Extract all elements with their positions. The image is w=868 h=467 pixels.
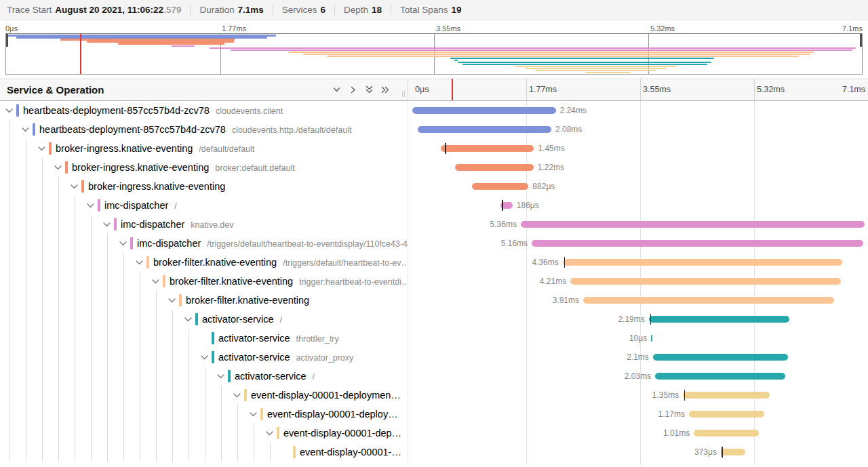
- span-row[interactable]: broker-filter.knative-eventingtrigger:he…: [0, 272, 868, 291]
- timeline-ruler[interactable]: 0μs1.77ms3.55ms5.32ms7.1ms: [408, 79, 868, 100]
- span-row[interactable]: broker-filter.knative-eventing3.91ms: [0, 291, 868, 310]
- tree-indent-guide: [26, 424, 26, 443]
- service-name: broker-ingress.knative-eventing: [88, 181, 225, 192]
- expand-chevron-icon[interactable]: [250, 408, 257, 420]
- chevron-down-icon[interactable]: [332, 85, 341, 94]
- minimap-span-bar: [118, 43, 224, 45]
- service-name: event-display-00001-…: [300, 447, 401, 458]
- tree-indent-guide: [58, 291, 59, 310]
- tree-indent-guide: [91, 424, 92, 443]
- span-row[interactable]: broker-ingress.knative-eventing882μs: [0, 177, 868, 196]
- expand-chevron-icon[interactable]: [217, 370, 224, 382]
- span-duration-bar[interactable]: [412, 107, 556, 114]
- minimap-span-bar: [288, 52, 814, 54]
- span-duration-bar[interactable]: [455, 164, 534, 171]
- tree-indent-guide: [9, 310, 10, 329]
- span-gantt-cell: 882μs: [408, 177, 868, 196]
- expand-chevron-icon[interactable]: [266, 427, 273, 439]
- expand-chevron-icon[interactable]: [38, 142, 45, 155]
- expand-chevron-icon[interactable]: [136, 256, 143, 268]
- span-row[interactable]: broker-filter.knative-eventing/triggers/…: [0, 253, 868, 272]
- span-row[interactable]: activator-serviceactivator_proxy2.1ms: [0, 348, 868, 367]
- expand-chevron-icon[interactable]: [184, 313, 192, 325]
- tree-indent-guide: [156, 291, 157, 310]
- tree-indent-guide: [140, 367, 140, 386]
- expand-chevron-icon[interactable]: [54, 161, 62, 174]
- expand-chevron-icon[interactable]: [71, 180, 78, 192]
- span-row[interactable]: imc-dispatcher/triggers/default/heartbea…: [0, 234, 868, 253]
- total-spans-stat-label: Total Spans: [400, 5, 448, 15]
- span-row[interactable]: event-display-00001-deploy…1.17ms: [0, 405, 868, 424]
- tree-indent-guide: [9, 177, 10, 196]
- span-duration-bar[interactable]: [570, 278, 840, 285]
- tree-indent-guide: [140, 348, 140, 367]
- span-row[interactable]: event-display-00001-dep…1.01ms: [0, 424, 868, 443]
- expand-chevron-icon[interactable]: [103, 218, 111, 230]
- span-duration-bar[interactable]: [651, 335, 652, 342]
- span-duration-bar[interactable]: [694, 430, 758, 436]
- minimap-drag-handle-left[interactable]: [6, 34, 8, 47]
- expand-chevron-icon[interactable]: [22, 123, 29, 136]
- span-duration-bar[interactable]: [583, 297, 834, 304]
- expand-chevron-icon[interactable]: [233, 389, 241, 401]
- tree-indent-guide: [9, 367, 10, 386]
- service-color-bar: [130, 237, 133, 249]
- span-duration-bar[interactable]: [655, 373, 785, 380]
- minimap-tick-label: 0μs: [5, 24, 18, 33]
- tree-indent-guide: [221, 443, 222, 462]
- span-row[interactable]: event-display-00001-…373μs: [0, 443, 868, 462]
- span-duration-bar[interactable]: [649, 316, 789, 323]
- span-duration-bar[interactable]: [721, 449, 745, 455]
- column-resizer[interactable]: [402, 91, 405, 97]
- tree-indent-guide: [221, 405, 222, 424]
- expand-chevron-icon[interactable]: [5, 104, 13, 117]
- expand-chevron-icon[interactable]: [119, 237, 127, 249]
- tree-indent-guide: [123, 367, 124, 386]
- span-row[interactable]: imc-dispatcher/186μs: [0, 196, 868, 215]
- tree-indent-guide: [9, 386, 10, 405]
- span-row[interactable]: activator-servicethrottler_try10μs: [0, 329, 868, 348]
- span-row[interactable]: event-display-00001-deploymen…1.35ms: [0, 386, 868, 405]
- minimap-span-bar: [462, 64, 707, 66]
- span-log-marker: [650, 314, 652, 325]
- double-chevron-right-icon[interactable]: [381, 85, 390, 94]
- span-duration-bar[interactable]: [472, 183, 528, 190]
- tree-indent-guide: [42, 443, 43, 462]
- expand-chevron-icon[interactable]: [152, 275, 159, 287]
- span-log-marker: [502, 200, 503, 211]
- span-duration-bar[interactable]: [653, 354, 788, 361]
- span-row[interactable]: heartbeats-deployment-857cc57b4d-zcv78cl…: [0, 101, 868, 120]
- span-duration-bar[interactable]: [563, 259, 843, 266]
- minimap-tick-label: 7.1ms: [842, 24, 863, 33]
- operation-name: activator_proxy: [296, 353, 354, 363]
- span-duration-bar[interactable]: [532, 240, 863, 247]
- tree-indent-guide: [9, 405, 10, 424]
- chevron-right-icon[interactable]: [349, 85, 357, 94]
- span-duration-bar[interactable]: [418, 126, 551, 133]
- span-duration-bar[interactable]: [441, 145, 534, 152]
- span-log-marker: [445, 143, 446, 154]
- tree-indent-guide: [42, 386, 43, 405]
- span-row[interactable]: broker-ingress.knative-eventing/default/…: [0, 139, 868, 158]
- double-chevron-down-icon[interactable]: [365, 85, 374, 94]
- tree-indent-guide: [91, 443, 92, 462]
- span-name-cell: broker-filter.knative-eventingtrigger:he…: [0, 272, 408, 291]
- tree-indent-guide: [42, 405, 43, 424]
- span-duration-bar[interactable]: [689, 411, 764, 418]
- span-row[interactable]: imc-dispatcherknative.dev5.36ms: [0, 215, 868, 234]
- span-name-wrap: activator-servicethrottler_try: [218, 332, 339, 344]
- span-gantt-cell: 4.36ms: [408, 253, 868, 272]
- minimap-scrubber[interactable]: [5, 33, 863, 75]
- service-color-bar: [65, 161, 68, 174]
- span-duration-bar[interactable]: [521, 221, 865, 228]
- span-row[interactable]: heartbeats-deployment-857cc57b4d-zcv78cl…: [0, 120, 868, 139]
- span-row[interactable]: activator-service/2.19ms: [0, 310, 868, 329]
- span-row[interactable]: broker-ingress.knative-eventingbroker:de…: [0, 158, 868, 177]
- expand-chevron-icon[interactable]: [168, 294, 176, 306]
- span-name-wrap: activator-service/: [202, 313, 282, 325]
- minimap-drag-handle-right[interactable]: [860, 34, 862, 47]
- span-row[interactable]: activator-service/2.03ms: [0, 367, 868, 386]
- span-duration-bar[interactable]: [683, 392, 770, 399]
- expand-chevron-icon[interactable]: [87, 199, 94, 211]
- expand-chevron-icon[interactable]: [201, 351, 208, 363]
